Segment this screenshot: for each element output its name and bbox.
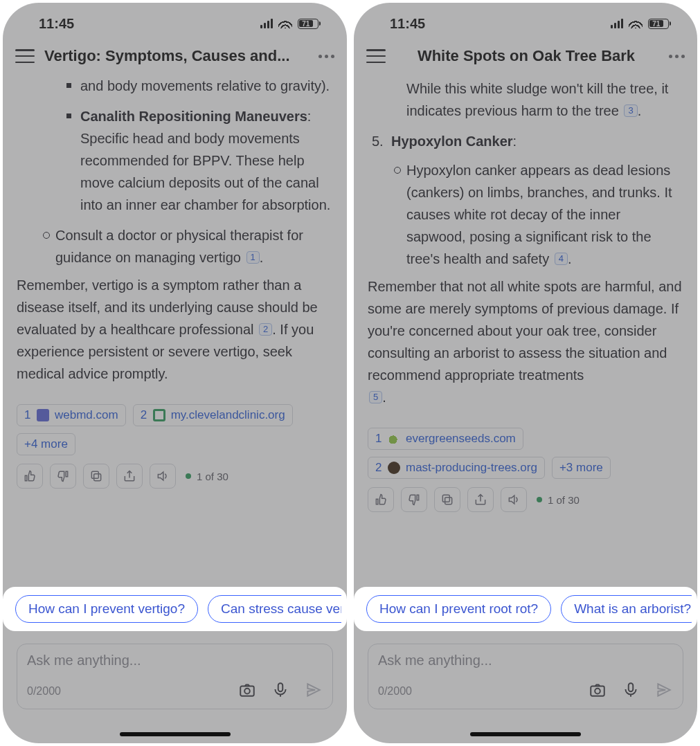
thumbs-up-button[interactable] (17, 464, 43, 489)
citation-link[interactable]: 1 (246, 251, 260, 264)
source-host: webmd.com (55, 408, 118, 422)
input-placeholder: Ask me anything... (27, 653, 323, 668)
speak-button[interactable] (501, 487, 527, 512)
thumbs-down-button[interactable] (401, 487, 427, 512)
status-time: 11:45 (390, 16, 425, 32)
article-content: and body movements relative to gravity).… (3, 75, 347, 399)
char-counter: 0/2000 (27, 685, 61, 698)
source-chip[interactable]: 2 my.clevelandclinic.org (133, 404, 293, 426)
content-text: Hypoxylon Canker (391, 134, 513, 149)
list-number: 5. (372, 130, 384, 152)
page-title: Vertigo: Symptoms, Causes and... (42, 47, 309, 65)
pager-text: 1 of 30 (548, 494, 580, 506)
speak-button[interactable] (150, 464, 176, 489)
suggestion-chip[interactable]: Can stress cause vertigo? (208, 595, 341, 623)
copy-button[interactable] (434, 487, 460, 512)
pager-text: 1 of 30 (197, 471, 228, 482)
citation-link[interactable]: 5 (369, 391, 382, 403)
input-area: Ask me anything... 0/2000 (3, 635, 347, 716)
share-button[interactable] (116, 464, 143, 489)
status-bar: 11:45 71 (354, 3, 697, 39)
menu-button[interactable] (366, 49, 386, 63)
favicon-icon (153, 409, 165, 421)
char-counter: 0/2000 (378, 685, 412, 698)
suggestion-chip[interactable]: How can I prevent vertigo? (15, 595, 198, 623)
camera-button[interactable] (238, 681, 256, 702)
battery-icon: 71 (298, 19, 321, 29)
thumbs-down-button[interactable] (50, 464, 76, 489)
camera-button[interactable] (589, 681, 607, 702)
copy-button[interactable] (83, 464, 109, 489)
source-chip[interactable]: 1 webmd.com (17, 404, 126, 426)
favicon-icon (388, 462, 400, 474)
more-button[interactable] (667, 55, 686, 58)
svg-rect-2 (240, 686, 254, 696)
mic-button[interactable] (622, 681, 640, 702)
source-number: 1 (24, 408, 31, 422)
source-number: 2 (141, 408, 147, 422)
action-row: 1 of 30 (3, 458, 347, 497)
status-bar: 11:45 71 (3, 3, 347, 39)
home-indicator[interactable] (470, 732, 581, 736)
svg-rect-1 (91, 471, 98, 478)
share-button[interactable] (467, 487, 494, 512)
source-host: my.clevelandclinic.org (171, 408, 285, 422)
svg-rect-7 (591, 686, 604, 696)
content-text: Consult a doctor or physical therapist f… (55, 228, 303, 265)
svg-rect-9 (629, 683, 634, 691)
svg-rect-6 (442, 495, 449, 502)
send-button[interactable] (655, 681, 673, 702)
thumbs-up-button[interactable] (368, 487, 394, 512)
source-chip[interactable]: 2 mast-producing-trees.org (368, 457, 545, 479)
status-dot-icon (537, 497, 542, 502)
sources-row: 1 webmd.com 2 my.clevelandclinic.org +4 … (3, 399, 347, 458)
suggestion-chip[interactable]: What is an arborist? (561, 595, 692, 623)
suggestion-bar: How can I prevent vertigo? Can stress ca… (3, 587, 347, 631)
sources-row: 1 evergreenseeds.com 2 mast-producing-tr… (354, 422, 697, 482)
source-host: evergreenseeds.com (406, 432, 516, 446)
status-dot-icon (186, 473, 191, 479)
source-host: mast-producing-trees.org (406, 461, 537, 475)
svg-rect-0 (94, 474, 101, 481)
battery-icon: 71 (648, 19, 672, 29)
mic-button[interactable] (271, 681, 289, 702)
input-area: Ask me anything... 0/2000 (354, 635, 697, 716)
send-button[interactable] (305, 681, 323, 702)
phone-left: 11:45 71 Vertigo: Symptoms, Causes and..… (0, 0, 350, 746)
suggestion-chip[interactable]: How can I prevent root rot? (366, 595, 551, 623)
more-sources-button[interactable]: +4 more (17, 433, 75, 455)
source-number: 2 (375, 461, 382, 475)
content-text: Canalith Repositioning Maneuvers (80, 109, 307, 124)
wifi-icon (629, 19, 643, 28)
nav-bar: Vertigo: Symptoms, Causes and... (3, 39, 347, 72)
action-row: 1 of 30 (354, 482, 697, 520)
citation-link[interactable]: 3 (624, 104, 637, 117)
pager: 1 of 30 (537, 494, 580, 506)
status-time: 11:45 (39, 16, 74, 32)
chat-input[interactable]: Ask me anything... 0/2000 (17, 644, 333, 709)
cellular-icon (260, 19, 273, 28)
suggestion-bar: How can I prevent root rot? What is an a… (354, 587, 697, 631)
chat-input[interactable]: Ask me anything... 0/2000 (368, 644, 683, 709)
wifi-icon (278, 19, 292, 28)
pager: 1 of 30 (186, 471, 228, 482)
home-indicator[interactable] (120, 732, 231, 736)
cellular-icon (611, 19, 623, 28)
menu-button[interactable] (15, 49, 35, 63)
phone-right: 11:45 71 White Spots on Oak Tree Bark Wh… (350, 0, 700, 746)
svg-rect-4 (278, 683, 283, 691)
content-text: : Specific head and body movements recom… (80, 109, 330, 212)
citation-link[interactable]: 4 (555, 253, 568, 265)
more-sources-button[interactable]: +3 more (552, 457, 611, 479)
favicon-icon (37, 409, 49, 421)
source-number: 1 (375, 432, 382, 446)
more-button[interactable] (316, 55, 336, 58)
svg-point-3 (244, 689, 250, 694)
content-text: Remember that not all white spots are ha… (368, 279, 682, 383)
source-chip[interactable]: 1 evergreenseeds.com (368, 428, 523, 450)
favicon-icon (388, 433, 400, 445)
svg-point-8 (595, 689, 600, 694)
article-content: While this white sludge won't kill the t… (354, 78, 697, 422)
citation-link[interactable]: 2 (259, 323, 272, 336)
content-text: Hypoxylon canker appears as dead lesions… (406, 163, 672, 266)
